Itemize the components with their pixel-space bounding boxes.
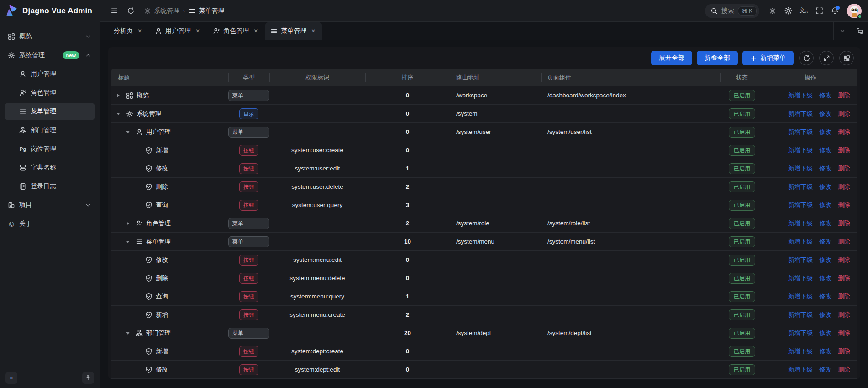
add-child-link[interactable]: 新增下级 xyxy=(788,91,813,100)
tab-close-icon[interactable]: ✕ xyxy=(252,27,259,35)
cell-permission: system:user:delete xyxy=(269,183,365,190)
table-refresh-button[interactable] xyxy=(799,51,814,65)
add-child-link[interactable]: 新增下级 xyxy=(788,366,813,374)
sidebar-item-菜单管理[interactable]: 菜单管理 xyxy=(5,103,95,120)
breadcrumb-menu[interactable]: 菜单管理 xyxy=(189,7,224,15)
add-child-link[interactable]: 新增下级 xyxy=(788,219,813,228)
cell-type: 按钮 xyxy=(228,145,269,156)
tree-collapsed-arrow[interactable] xyxy=(116,93,126,98)
tab-分析页[interactable]: 分析页✕ xyxy=(108,22,149,40)
sidebar-pin-button[interactable] xyxy=(82,372,94,384)
tab-list-dropdown-button[interactable] xyxy=(833,22,851,40)
add-child-link[interactable]: 新增下级 xyxy=(788,256,813,264)
status-badge: 已启用 xyxy=(729,255,755,266)
tree-expanded-arrow[interactable] xyxy=(126,130,135,134)
add-child-link[interactable]: 新增下级 xyxy=(788,110,813,118)
sidebar-item-关于[interactable]: © 关于 xyxy=(5,215,95,233)
add-child-link[interactable]: 新增下级 xyxy=(788,183,813,191)
sidebar-item-概览[interactable]: 概览 xyxy=(5,28,95,45)
breadcrumb-system[interactable]: 系统管理 xyxy=(144,7,179,15)
hamburger-menu-icon[interactable] xyxy=(107,4,121,18)
edit-link[interactable]: 修改 xyxy=(819,165,831,173)
theme-sun-button[interactable] xyxy=(781,4,795,18)
delete-link[interactable]: 删除 xyxy=(838,292,850,301)
sidebar-item-字典名称[interactable]: 字典名称 xyxy=(5,159,95,176)
delete-link[interactable]: 删除 xyxy=(838,219,850,228)
tree-expanded-arrow[interactable] xyxy=(126,331,135,335)
edit-link[interactable]: 修改 xyxy=(819,146,831,154)
delete-link[interactable]: 删除 xyxy=(838,238,850,246)
tree-collapsed-arrow[interactable] xyxy=(126,221,135,226)
add-child-link[interactable]: 新增下级 xyxy=(788,238,813,246)
add-child-link[interactable]: 新增下级 xyxy=(788,165,813,173)
notifications-bell-button[interactable] xyxy=(828,4,842,18)
delete-link[interactable]: 删除 xyxy=(838,183,850,191)
delete-link[interactable]: 删除 xyxy=(838,201,850,209)
edit-link[interactable]: 修改 xyxy=(819,201,831,209)
edit-link[interactable]: 修改 xyxy=(819,274,831,282)
table-fullscreen-button[interactable] xyxy=(819,51,834,65)
delete-link[interactable]: 删除 xyxy=(838,128,850,136)
delete-link[interactable]: 删除 xyxy=(838,146,850,154)
sidebar-item-系统管理[interactable]: 系统管理new xyxy=(5,47,95,64)
add-child-link[interactable]: 新增下级 xyxy=(788,329,813,337)
edit-link[interactable]: 修改 xyxy=(819,366,831,374)
sidebar-item-用户管理[interactable]: 用户管理 xyxy=(5,65,95,83)
edit-link[interactable]: 修改 xyxy=(819,183,831,191)
refresh-icon[interactable] xyxy=(124,4,137,18)
collapse-all-button[interactable]: 折叠全部 xyxy=(697,51,738,65)
tab-close-icon[interactable]: ✕ xyxy=(194,27,201,35)
edit-link[interactable]: 修改 xyxy=(819,256,831,264)
add-child-link[interactable]: 新增下级 xyxy=(788,274,813,282)
add-menu-button[interactable]: 新增菜单 xyxy=(742,51,794,65)
delete-link[interactable]: 删除 xyxy=(838,274,850,282)
edit-link[interactable]: 修改 xyxy=(819,238,831,246)
delete-link[interactable]: 删除 xyxy=(838,347,850,356)
dept-icon xyxy=(135,329,143,337)
edit-link[interactable]: 修改 xyxy=(819,110,831,118)
add-child-link[interactable]: 新增下级 xyxy=(788,311,813,319)
tree-expanded-arrow[interactable] xyxy=(126,239,135,244)
tab-close-icon[interactable]: ✕ xyxy=(136,27,143,35)
edit-link[interactable]: 修改 xyxy=(819,128,831,136)
edit-link[interactable]: 修改 xyxy=(819,219,831,228)
sidebar-item-项目[interactable]: 项目 xyxy=(5,197,95,214)
delete-link[interactable]: 删除 xyxy=(838,91,850,100)
language-translate-button[interactable]: 文A xyxy=(797,4,810,18)
add-child-link[interactable]: 新增下级 xyxy=(788,146,813,154)
sidebar-item-部门管理[interactable]: 部门管理 xyxy=(5,122,95,139)
settings-gear-button[interactable] xyxy=(766,4,779,18)
edit-link[interactable]: 修改 xyxy=(819,347,831,356)
sidebar-collapse-button[interactable]: « xyxy=(5,372,17,384)
edit-link[interactable]: 修改 xyxy=(819,329,831,337)
tab-用户管理[interactable]: 用户管理✕ xyxy=(149,22,207,40)
table-columns-button[interactable] xyxy=(839,51,854,65)
sidebar-item-登录日志[interactable]: 登录日志 xyxy=(5,178,95,195)
table-row-用户管理: 用户管理 菜单 0 /system/user /system/user/list… xyxy=(111,123,857,141)
search-input[interactable]: 搜索 ⌘ K xyxy=(705,4,759,18)
tab-菜单管理[interactable]: 菜单管理✕ xyxy=(265,22,322,40)
user-avatar[interactable] xyxy=(847,4,862,18)
sidebar-item-角色管理[interactable]: 角色管理 xyxy=(5,84,95,101)
fullscreen-button[interactable] xyxy=(812,4,826,18)
tab-close-icon[interactable]: ✕ xyxy=(310,27,317,35)
logo-row[interactable]: Djagno Vue Admin xyxy=(0,0,100,22)
add-child-link[interactable]: 新增下级 xyxy=(788,292,813,301)
delete-link[interactable]: 删除 xyxy=(838,110,850,118)
tab-角色管理[interactable]: 角色管理✕ xyxy=(207,22,265,40)
content-maximize-button[interactable] xyxy=(851,22,868,40)
delete-link[interactable]: 删除 xyxy=(838,329,850,337)
delete-link[interactable]: 删除 xyxy=(838,165,850,173)
expand-all-button[interactable]: 展开全部 xyxy=(651,51,692,65)
add-child-link[interactable]: 新增下级 xyxy=(788,347,813,356)
add-child-link[interactable]: 新增下级 xyxy=(788,128,813,136)
edit-link[interactable]: 修改 xyxy=(819,292,831,301)
delete-link[interactable]: 删除 xyxy=(838,256,850,264)
delete-link[interactable]: 删除 xyxy=(838,311,850,319)
tree-expanded-arrow[interactable] xyxy=(116,112,126,116)
delete-link[interactable]: 删除 xyxy=(838,366,850,374)
sidebar-item-岗位管理[interactable]: Pg 岗位管理 xyxy=(5,140,95,158)
add-child-link[interactable]: 新增下级 xyxy=(788,201,813,209)
edit-link[interactable]: 修改 xyxy=(819,91,831,100)
edit-link[interactable]: 修改 xyxy=(819,311,831,319)
